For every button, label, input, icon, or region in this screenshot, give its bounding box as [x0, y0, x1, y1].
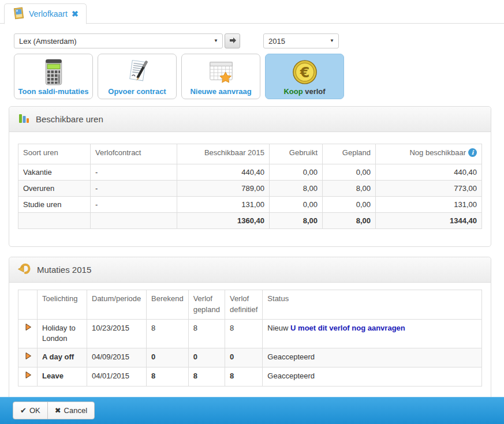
available-hours-panel: Beschikbare uren Soort uren Verlofcontra… [9, 106, 491, 247]
mutations-panel: Mutaties 2015 Toelichting Datum/periode … [9, 257, 491, 408]
table-totals-row: 1360,40 8,00 8,00 1344,40 [18, 212, 482, 228]
tab-close-icon[interactable]: ✖ [72, 9, 79, 18]
button-label: Koop verlof [283, 87, 325, 96]
mutation-row: Leave 04/01/2015 8 8 8 Geaccepteerd [18, 367, 482, 387]
col-expand [18, 290, 38, 319]
toolbar: Lex (Amsterdam) ▼ 2015 ▼ [14, 33, 504, 48]
action-button-row: Toon saldi-mutaties Opvoer contract [14, 54, 504, 99]
tab-verlofkaart[interactable]: Verlofkaart ✖ [4, 3, 87, 24]
undo-arrow-icon [18, 263, 31, 276]
col-toelichting: Toelichting [38, 290, 87, 319]
col-verlof-definitief: Verlof definitief [225, 290, 262, 319]
table-header-row: Soort uren Verlofcontract Beschikbaar 20… [18, 144, 482, 164]
opvoer-contract-button[interactable]: Opvoer contract [98, 54, 177, 99]
status-text: Geaccepteerd [267, 352, 315, 361]
mutations-header: Mutaties 2015 [9, 257, 491, 283]
tab-title: Verlofkaart [29, 9, 68, 18]
vacation-card-icon [12, 7, 25, 21]
x-icon: ✖ [55, 406, 61, 415]
load-employee-button[interactable] [225, 33, 240, 48]
col-nog-beschikbaar: Nog beschikbaari [376, 144, 482, 164]
year-select-wrap: 2015 ▼ [263, 33, 339, 48]
svg-text:€: € [299, 65, 309, 81]
panel-title: Mutaties 2015 [37, 265, 91, 275]
ok-button[interactable]: ✔OK [13, 402, 48, 419]
col-verlofcontract: Verlofcontract [91, 144, 177, 164]
calculator-icon [41, 58, 66, 86]
col-verlof-gepland: Verlof gepland [188, 290, 225, 319]
koop-verlof-button[interactable]: € Koop verlof [265, 54, 344, 99]
euro-coin-icon: € [292, 58, 318, 86]
table-header-row: Toelichting Datum/periode Berekend Verlo… [18, 290, 482, 319]
table-row: Overuren - 789,00 8,00 8,00 773,00 [18, 180, 482, 196]
expand-arrow-icon[interactable] [24, 324, 32, 333]
employee-select[interactable]: Lex (Amsterdam) [14, 33, 223, 48]
label-word-verlof: verlof [305, 87, 325, 96]
calendar-star-icon [207, 58, 235, 86]
mutations-table: Toelichting Datum/periode Berekend Verlo… [18, 290, 482, 387]
year-select[interactable]: 2015 [263, 33, 339, 48]
button-label: Toon saldi-mutaties [18, 87, 89, 96]
footer-button-group: ✔OK ✖Cancel [13, 402, 95, 419]
button-label: Opvoer contract [108, 87, 166, 96]
contract-pen-icon [124, 58, 151, 86]
col-datum-periode: Datum/periode [87, 290, 147, 319]
col-status: Status [263, 290, 482, 319]
col-gebruikt: Gebruikt [270, 144, 323, 164]
status-text: Geaccepteerd [267, 372, 315, 380]
col-gepland: Gepland [323, 144, 376, 164]
available-hours-header: Beschikbare uren [9, 107, 491, 132]
expand-arrow-icon[interactable] [24, 372, 32, 381]
button-label: Nieuwe aanvraag [190, 87, 251, 96]
show-saldi-mutaties-button[interactable]: Toon saldi-mutaties [14, 54, 93, 99]
col-berekend: Berekend [147, 290, 189, 319]
available-hours-table: Soort uren Verlofcontract Beschikbaar 20… [18, 144, 482, 229]
info-icon[interactable]: i [468, 148, 477, 160]
expand-arrow-icon[interactable] [24, 353, 32, 362]
request-leave-link[interactable]: U moet dit verlof nog aanvragen [290, 324, 405, 332]
check-icon: ✔ [20, 406, 27, 415]
arrow-right-icon [229, 36, 237, 46]
panel-title: Beschikbare uren [36, 114, 103, 124]
mutation-row: Holiday to London 10/23/2015 8 8 8 Nieuw… [18, 319, 482, 348]
tab-bar: Verlofkaart ✖ [0, 0, 504, 24]
col-soort-uren: Soort uren [18, 144, 91, 164]
table-row: Vakantie - 440,40 0,00 0,00 440,40 [18, 164, 482, 180]
footer-bar: ✔OK ✖Cancel [0, 397, 504, 424]
employee-select-wrap: Lex (Amsterdam) ▼ [14, 33, 223, 48]
label-word-koop: Koop [283, 87, 303, 96]
mutation-row: A day off 04/09/2015 0 0 0 Geaccepteerd [18, 348, 482, 367]
nieuwe-aanvraag-button[interactable]: Nieuwe aanvraag [181, 54, 260, 99]
bar-chart-icon [18, 112, 29, 126]
col-beschikbaar: Beschikbaar 2015 [177, 144, 270, 164]
table-row: Studie uren - 131,00 0,00 0,00 131,00 [18, 196, 482, 212]
status-text: Nieuw [267, 324, 288, 332]
cancel-button[interactable]: ✖Cancel [47, 402, 95, 419]
